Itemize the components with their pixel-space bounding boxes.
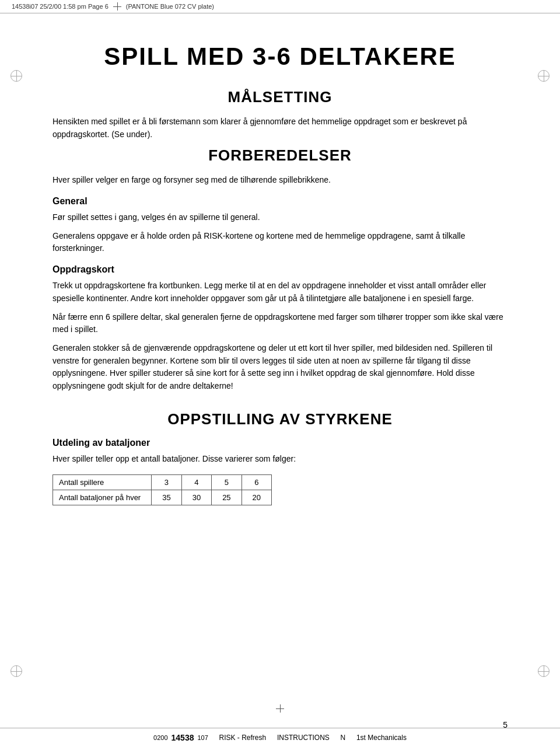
oppdragskort-body3: Generalen stokker så de gjenværende oppd…: [52, 342, 508, 393]
reg-mark-right-bottom: [538, 665, 550, 677]
battalion-table: Antall spillere 3 4 5 6 Antall bataljone…: [52, 474, 272, 505]
reg-mark-left-bottom: [10, 665, 22, 677]
footer-lang: N: [341, 734, 346, 742]
table-cell-label: Antall bataljoner på hver: [53, 490, 152, 505]
footer-code-prefix: 0200: [153, 734, 167, 741]
main-content: SPILL MED 3-6 DELTAKERE MÅLSETTING Hensi…: [0, 13, 560, 540]
header-meta: 14538i07 25/2/00 1:58 pm Page 6: [12, 3, 108, 10]
footer-spacer4: [349, 734, 353, 742]
oppdragskort-heading: Oppdragskort: [52, 264, 508, 275]
page: 14538i07 25/2/00 1:58 pm Page 6 (PANTONE…: [0, 0, 560, 747]
table-cell-30: 30: [181, 490, 211, 505]
oppdragskort-body2: Når færre enn 6 spillere deltar, skal ge…: [52, 311, 508, 336]
footer-spacer: [212, 734, 216, 742]
general-body2: Generalens oppgave er å holde orden på R…: [52, 230, 508, 255]
table-cell-20: 20: [242, 490, 271, 505]
oppstilling-heading: OPPSTILLING AV STYRKENE: [52, 410, 508, 428]
reg-mark-left-top: [10, 70, 22, 82]
footer-game: RISK - Refresh: [219, 734, 267, 742]
main-title: SPILL MED 3-6 DELTAKERE: [52, 43, 508, 71]
footer-type: INSTRUCTIONS: [277, 734, 330, 742]
footer-spacer3: [333, 734, 337, 742]
general-heading: General: [52, 196, 508, 207]
general-body1: Før spillet settes i gang, velges én av …: [52, 211, 508, 224]
table-cell-4: 4: [181, 475, 211, 490]
crosshair-top-center: [113, 2, 121, 11]
oppdragskort-body1: Trekk ut oppdragskortene fra kortbunken.…: [52, 280, 508, 305]
malsetting-heading: MÅLSETTING: [52, 88, 508, 106]
top-header: 14538i07 25/2/00 1:58 pm Page 6 (PANTONE…: [0, 0, 560, 13]
bottom-footer: 020014538107 RISK - Refresh INSTRUCTIONS…: [0, 728, 560, 747]
table-cell-35: 35: [152, 490, 181, 505]
table-cell-5: 5: [212, 475, 242, 490]
footer-version: 1st Mechanicals: [356, 734, 407, 742]
footer-code-suffix: 107: [197, 734, 208, 741]
forberedelser-heading: FORBEREDELSER: [52, 146, 508, 165]
header-plate: (PANTONE Blue 072 CV plate): [126, 3, 214, 10]
footer-spacer2: [270, 734, 274, 742]
forberedelser-intro: Hver spiller velger en farge og forsyner…: [52, 174, 508, 187]
table-cell-6: 6: [242, 475, 271, 490]
table-cell-label: Antall spillere: [53, 475, 152, 490]
table-cell-25: 25: [212, 490, 242, 505]
reg-mark-right-top: [538, 70, 550, 82]
utdeling-heading: Utdeling av bataljoner: [52, 438, 508, 448]
table-cell-3: 3: [152, 475, 181, 490]
table-row: Antall bataljoner på hver 35 30 25 20: [53, 490, 272, 505]
table-row: Antall spillere 3 4 5 6: [53, 475, 272, 490]
footer-code-bold: 14538: [172, 733, 194, 742]
malsetting-body: Hensikten med spillet er å bli førsteman…: [52, 116, 508, 141]
crosshair-bottom: [276, 704, 284, 715]
utdeling-intro: Hver spiller teller opp et antall batalj…: [52, 453, 508, 466]
